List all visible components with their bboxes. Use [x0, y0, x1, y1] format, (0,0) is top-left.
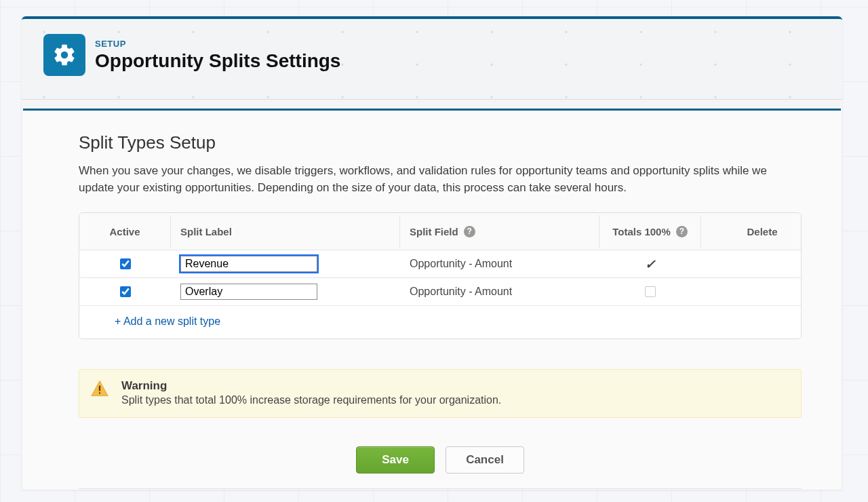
- table-header: Active Split Label Split Field ? Totals …: [79, 213, 801, 250]
- totals-100-cell: [599, 282, 701, 301]
- check-icon: ✓: [645, 256, 656, 272]
- add-split-type-link[interactable]: + Add a new split type: [115, 315, 220, 327]
- col-totals: Totals 100% ?: [599, 215, 701, 248]
- split-label-input[interactable]: [180, 284, 317, 300]
- section-description: When you save your changes, we disable t…: [79, 163, 797, 196]
- gear-icon: [43, 34, 85, 76]
- help-icon[interactable]: ?: [464, 226, 475, 237]
- col-totals-label: Totals 100%: [612, 226, 671, 237]
- svg-rect-0: [99, 386, 100, 391]
- section-title: Split Types Setup: [79, 132, 802, 153]
- col-split-field-label: Split Field: [410, 226, 458, 237]
- warning-text: Split types that total 100% increase sto…: [121, 394, 789, 406]
- totals-100-cell: ✓: [599, 252, 701, 276]
- col-split-field: Split Field ?: [400, 215, 599, 248]
- warning-icon: [90, 379, 109, 398]
- setup-card: SETUP Opportunity Splits Settings Split …: [22, 16, 842, 490]
- page-title: Opportunity Splits Settings: [95, 50, 340, 72]
- table-row: Opportunity - Amount: [79, 277, 801, 305]
- help-icon[interactable]: ?: [676, 226, 688, 237]
- content-panel: Split Types Setup When you save your cha…: [23, 109, 841, 490]
- cancel-button[interactable]: Cancel: [446, 446, 524, 474]
- warning-box: Warning Split types that total 100% incr…: [79, 369, 802, 418]
- split-label-input[interactable]: [180, 256, 317, 272]
- table-footer: + Add a new split type: [79, 305, 801, 339]
- active-checkbox[interactable]: [120, 286, 131, 297]
- warning-title: Warning: [121, 379, 789, 393]
- split-types-table: Active Split Label Split Field ? Totals …: [79, 212, 802, 339]
- save-button[interactable]: Save: [356, 446, 435, 474]
- header-eyebrow: SETUP: [95, 39, 340, 49]
- totals-100-checkbox[interactable]: [645, 286, 656, 297]
- col-active: Active: [79, 215, 171, 248]
- active-checkbox[interactable]: [120, 258, 131, 269]
- page-header: SETUP Opportunity Splits Settings: [22, 19, 842, 100]
- button-row: Save Cancel: [79, 446, 802, 474]
- divider: [79, 488, 802, 489]
- delete-cell: [701, 260, 802, 268]
- delete-cell: [701, 288, 802, 296]
- col-split-label: Split Label: [171, 215, 400, 248]
- split-field-value: Opportunity - Amount: [400, 254, 599, 274]
- svg-rect-1: [99, 393, 100, 394]
- table-row: Opportunity - Amount✓: [79, 250, 801, 277]
- split-field-value: Opportunity - Amount: [400, 282, 599, 302]
- col-delete: Delete: [701, 215, 802, 248]
